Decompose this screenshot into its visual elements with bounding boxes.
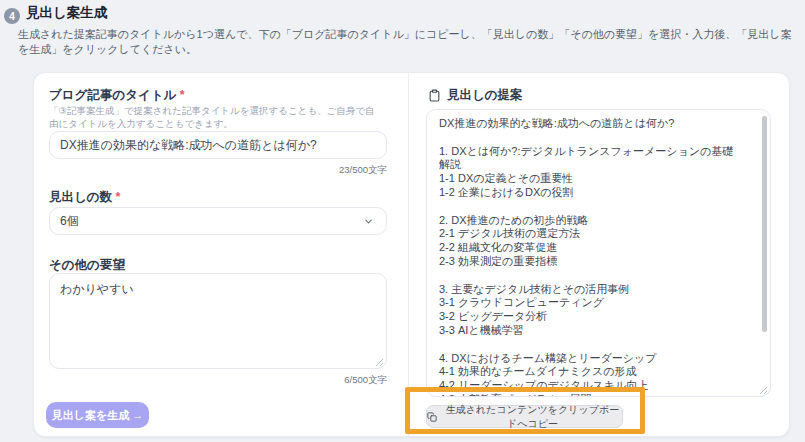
copy-to-clipboard-button[interactable]: 生成されたコンテンツをクリップボードへコピー [426,405,623,428]
step-number-badge: 4 [4,8,20,24]
other-requests-char-count: 6/500文字 [49,374,387,387]
copy-icon [427,412,437,422]
blog-title-label: ブログ記事のタイトル * [49,87,185,104]
generate-headings-button[interactable]: 見出し案を生成 → [46,402,149,428]
clipboard-icon [428,89,441,102]
scrollbar-thumb[interactable] [762,116,767,332]
required-mark: * [116,190,121,204]
headline-generation-section: 4 見出し案生成 生成された提案記事のタイトルから1つ選んで、下の「ブログ記事の… [0,0,805,442]
heading-count-selected-value: 6個 [60,213,79,230]
copy-button-label: 生成されたコンテンツをクリップボードへコピー [443,403,622,431]
proposal-content-box[interactable]: DX推進の効果的な戦略:成功への道筋とは何か? 1. DXとは何か?:デジタルト… [426,109,771,397]
chevron-down-icon [363,216,374,227]
blog-title-label-text: ブログ記事のタイトル [49,88,176,102]
proposal-header-text: 見出しの提案 [447,87,523,104]
required-mark: * [180,88,185,102]
step-description: 生成された提案記事のタイトルから1つ選んで、下の「ブログ記事のタイトル」にコピー… [18,27,792,57]
heading-count-label: 見出しの数 * [49,189,120,206]
other-requests-textarea[interactable]: わかりやすい [49,273,387,369]
column-divider [408,73,409,436]
page-title: 見出し案生成 [26,4,107,22]
proposal-header: 見出しの提案 [428,87,523,104]
other-requests-label-text: その他の要望 [49,258,125,272]
headline-generator-card: ブログ記事のタイトル * 「③記事案生成」で提案された記事タイトルを選択すること… [33,72,790,437]
blog-title-input[interactable] [49,131,387,159]
other-requests-label: その他の要望 [49,257,125,274]
heading-count-select[interactable]: 6個 [49,207,387,235]
blog-title-char-count: 23/500文字 [49,164,387,177]
heading-count-label-text: 見出しの数 [49,190,112,204]
blog-title-helper-text: 「③記事案生成」で提案された記事タイトルを選択することも、ご自身で自由にタイトル… [49,104,383,130]
